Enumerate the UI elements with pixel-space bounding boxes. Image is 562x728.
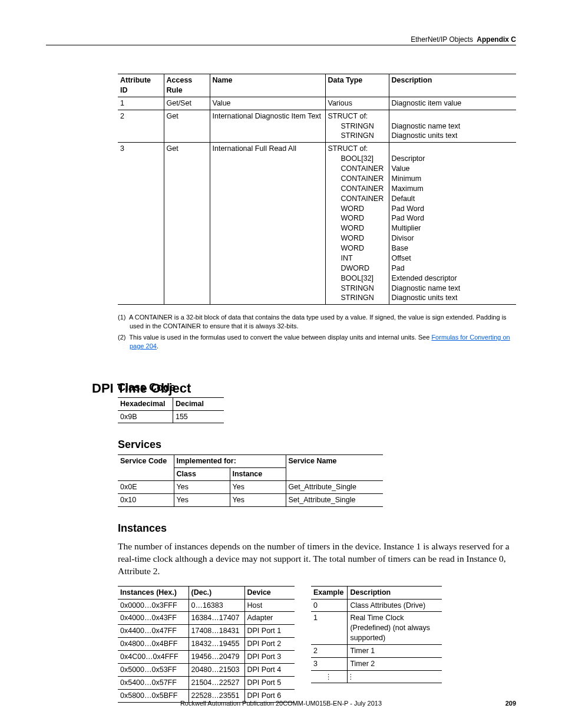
services-heading: Services [118, 439, 516, 451]
cc-h2: Decimal [173, 397, 224, 410]
table-cell: 20480…21503 [189, 663, 244, 676]
table-cell: 1 [311, 612, 348, 645]
instances-heading: Instances [118, 522, 516, 535]
il-h2: (Dec.) [189, 586, 244, 599]
instances-left-table: Instances (Hex.) (Dec.) Device 0x0000…0x… [118, 586, 295, 703]
footnote-2: (2) This value is used in the formulas u… [118, 333, 516, 351]
table-cell: Real Time Clock (Predefined) (not always… [348, 612, 442, 645]
instances-intro: The number of instances depends on the n… [118, 541, 516, 578]
cell-desc: Diagnostic item value [389, 97, 516, 110]
cell-desc: Diagnostic name textDiagnostic units tex… [389, 110, 516, 143]
svc-cell: Yes [174, 494, 230, 507]
table-cell: 16384…17407 [189, 612, 244, 625]
footnote-1: (1) A CONTAINER is a 32-bit block of dat… [118, 313, 516, 331]
table-cell: Host [244, 599, 295, 612]
table-cell: Adapter [244, 612, 295, 625]
table-cell: 0x5000…0x53FF [118, 663, 189, 676]
col-dtype: Data Type [325, 74, 389, 97]
footnotes: (1) A CONTAINER is a 32-bit block of dat… [118, 313, 516, 350]
table-cell: DPI Port 4 [244, 663, 295, 676]
services-table: Service Code Implemented for: Service Na… [118, 454, 383, 507]
col-name: Name [210, 74, 325, 97]
il-h1: Instances (Hex.) [118, 586, 189, 599]
table-cell: DPI Port 1 [244, 625, 295, 638]
ir-h2: Description [348, 586, 442, 599]
cell-name: International Diagnostic Item Text [210, 110, 325, 143]
cell-name: Value [210, 97, 325, 110]
svc-code-h: Service Code [118, 455, 174, 481]
cell-dtype: STRUCT of:STRINGNSTRINGN [325, 110, 389, 143]
cc-hex: 0x9B [118, 410, 173, 423]
table-cell: DPI Port 3 [244, 651, 295, 664]
table-cell: 0x4C00…0x4FFF [118, 651, 189, 664]
footer-pub: Rockwell Automation Publication 20COMM-U… [46, 700, 516, 707]
cell-attr-id: 2 [118, 110, 164, 143]
svc-class-h: Class [174, 468, 230, 481]
table-cell: Timer 1 [348, 645, 442, 658]
col-access: Access Rule [164, 74, 210, 97]
table-cell: 0x0000…0x3FFF [118, 599, 189, 612]
table-cell: Timer 2 [348, 657, 442, 670]
cc-dec: 155 [173, 410, 224, 423]
svc-cell: Get_Attribute_Single [286, 481, 383, 494]
svc-cell: Set_Attribute_Single [286, 494, 383, 507]
svc-cell: 0x0E [118, 481, 174, 494]
header-left: EtherNet/IP Objects [411, 35, 473, 44]
cell-attr-id: 3 [118, 143, 164, 305]
svc-cell: Yes [174, 481, 230, 494]
svc-cell: 0x10 [118, 494, 174, 507]
il-h3: Device [244, 586, 295, 599]
table-cell: 2 [311, 645, 348, 658]
ir-h1: Example [311, 586, 348, 599]
running-header: EtherNet/IP Objects Appendix C [46, 35, 516, 45]
col-attr-id: Attribute ID [118, 74, 164, 97]
cc-h1: Hexadecimal [118, 397, 173, 410]
cell-access: Get/Set [164, 97, 210, 110]
instances-right-table: Example Description 0Class Attributes (D… [311, 586, 442, 683]
table-cell: ••• [311, 670, 348, 683]
table-cell: 0x4800…0x4BFF [118, 638, 189, 651]
table-cell: 17408…18431 [189, 625, 244, 638]
table-cell: DPI Port 5 [244, 676, 295, 689]
cell-attr-id: 1 [118, 97, 164, 110]
table-cell: 0x4000…0x43FF [118, 612, 189, 625]
svc-name-h: Service Name [286, 455, 383, 481]
table-cell: 3 [311, 657, 348, 670]
table-cell: Class Attributes (Drive) [348, 599, 442, 612]
svc-cell: Yes [230, 494, 286, 507]
cell-name: International Full Read All [210, 143, 325, 305]
svc-impl-h: Implemented for: [174, 455, 286, 468]
cell-access: Get [164, 110, 210, 143]
cell-access: Get [164, 143, 210, 305]
table-cell: 19456…20479 [189, 651, 244, 664]
cell-dtype: Various [325, 97, 389, 110]
classcode-table: Hexadecimal Decimal 0x9B 155 [118, 397, 224, 424]
page-footer: Rockwell Automation Publication 20COMM-U… [46, 700, 516, 707]
header-right: Appendix C [475, 35, 516, 44]
table-cell: 0…16383 [189, 599, 244, 612]
table-cell: 0x5400…0x57FF [118, 676, 189, 689]
cell-desc: DescriptorValueMinimumMaximumDefaultPad … [389, 143, 516, 305]
cell-dtype: STRUCT of:BOOL[32]CONTAINERCONTAINERCONT… [325, 143, 389, 305]
svc-inst-h: Instance [230, 468, 286, 481]
col-desc: Description [389, 74, 516, 97]
table-cell: 18432…19455 [189, 638, 244, 651]
table-cell: DPI Port 2 [244, 638, 295, 651]
attributes-table: Attribute ID Access Rule Name Data Type … [118, 74, 516, 305]
table-cell: 21504…22527 [189, 676, 244, 689]
table-cell: ••• [348, 670, 442, 683]
table-cell: 0x4400…0x47FF [118, 625, 189, 638]
svc-cell: Yes [230, 481, 286, 494]
table-cell: 0 [311, 599, 348, 612]
classcode-heading: Class Code [118, 381, 516, 394]
